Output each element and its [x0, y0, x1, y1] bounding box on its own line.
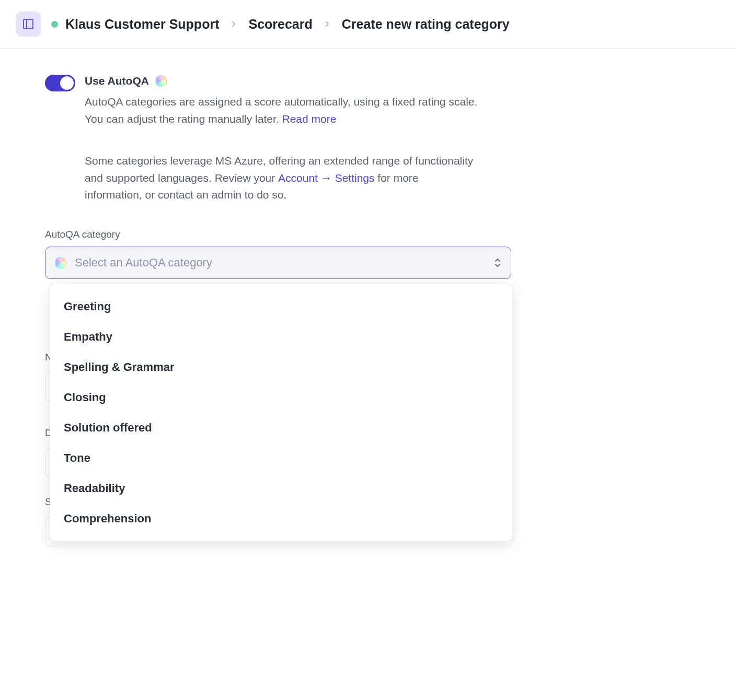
autoqa-category-dropdown: Greeting Empathy Spelling & Grammar Clos… — [50, 284, 512, 541]
breadcrumb-item-current: Create new rating category — [342, 17, 510, 32]
option-empathy[interactable]: Empathy — [50, 322, 512, 352]
option-greeting[interactable]: Greeting — [50, 291, 512, 322]
autoqa-toggle-label: Use AutoQA — [85, 75, 149, 87]
autoqa-category-select[interactable]: Select an AutoQA category — [45, 247, 511, 279]
autoqa-toggle-row: Use AutoQA AutoQA categories are assigne… — [45, 75, 478, 204]
autoqa-category-label: AutoQA category — [45, 229, 478, 240]
svg-rect-0 — [24, 19, 33, 29]
breadcrumb: Klaus Customer Support Scorecard Create … — [51, 17, 510, 32]
autoqa-toggle[interactable] — [45, 75, 75, 91]
option-tone[interactable]: Tone — [50, 443, 512, 473]
status-dot-icon — [51, 21, 58, 28]
sidebar-toggle-button[interactable] — [16, 11, 41, 37]
breadcrumb-label: Klaus Customer Support — [65, 17, 219, 32]
breadcrumb-item-scorecard[interactable]: Scorecard — [248, 17, 312, 32]
breadcrumb-label: Scorecard — [248, 17, 312, 32]
option-readability[interactable]: Readability — [50, 473, 512, 504]
option-comprehension[interactable]: Comprehension — [50, 504, 512, 534]
chevron-right-icon — [229, 20, 238, 28]
autoqa-icon — [55, 257, 66, 269]
autoqa-description-2: Some categories leverage MS Azure, offer… — [85, 153, 478, 204]
autoqa-toggle-label-row: Use AutoQA — [85, 75, 478, 87]
read-more-link[interactable]: Read more — [282, 113, 336, 125]
main-content: Use AutoQA AutoQA categories are assigne… — [0, 49, 523, 604]
autoqa-description-1: AutoQA categories are assigned a score a… — [85, 94, 478, 127]
account-settings-link[interactable]: Account → Settings — [278, 172, 374, 184]
option-closing[interactable]: Closing — [50, 382, 512, 413]
panel-icon — [22, 18, 34, 30]
breadcrumb-label: Create new rating category — [342, 17, 510, 32]
header-bar: Klaus Customer Support Scorecard Create … — [0, 0, 736, 49]
chevron-right-icon — [323, 20, 331, 28]
chevron-up-down-icon — [494, 258, 501, 267]
breadcrumb-item-workspace[interactable]: Klaus Customer Support — [51, 17, 219, 32]
option-spelling-grammar[interactable]: Spelling & Grammar — [50, 352, 512, 382]
autoqa-text-block: Use AutoQA AutoQA categories are assigne… — [85, 75, 478, 204]
select-placeholder: Select an AutoQA category — [75, 256, 486, 270]
autoqa-icon — [155, 75, 167, 87]
option-solution-offered[interactable]: Solution offered — [50, 413, 512, 443]
desc-text: AutoQA categories are assigned a score a… — [85, 96, 477, 125]
